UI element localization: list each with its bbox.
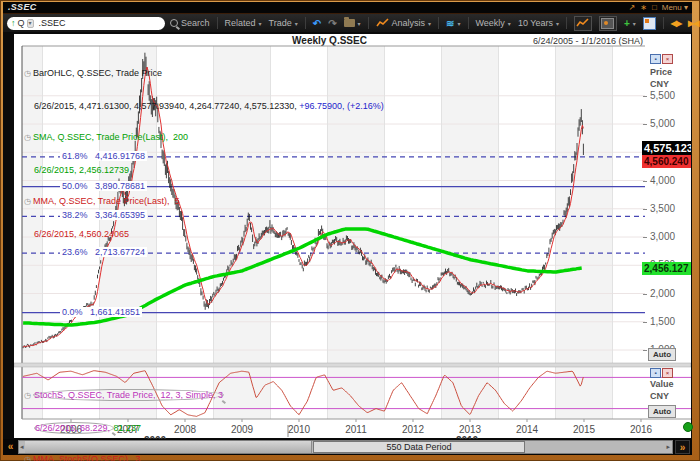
- analysis-menu[interactable]: Analysis▾: [374, 18, 434, 28]
- symbol-dropdown-caret[interactable]: ▾: [27, 19, 34, 28]
- stoch-axis-currency: CNY: [650, 391, 669, 401]
- stoch-panel-minimize-button[interactable]: ▪: [650, 368, 661, 378]
- sma-price-label: 2,456.127: [642, 262, 691, 275]
- window-frame: .SSEC ↗∗□Menu ▾ ↑Q▾.SSECSearchRelated▾Tr…: [0, 0, 700, 461]
- dropdown-caret: ▾: [358, 20, 361, 27]
- toolbar-separator: [217, 17, 218, 29]
- maximize-icon[interactable]: □: [652, 2, 657, 13]
- legend-ohlc-values: 6/26/2015, 4,471.61300, 4,577.93940, 4,2…: [34, 101, 299, 111]
- toolbar-separator: [468, 17, 469, 29]
- clock-icon: ◷: [24, 391, 31, 400]
- price-axis-title: Price: [650, 67, 672, 77]
- symbol-search-pill[interactable]: ↑Q▾.SSEC: [7, 17, 165, 30]
- dropdown-caret: ▾: [428, 20, 431, 27]
- symbol-input[interactable]: .SSEC: [39, 18, 66, 28]
- dropdown-caret: ▾: [295, 20, 298, 27]
- dropdown-caret: ▾: [556, 20, 559, 27]
- clock-icon: ◷: [24, 455, 31, 461]
- chart-scrollbar: « ◂ 550 Data Period ▸ »: [3, 439, 692, 455]
- menu-button[interactable]: Menu ▾: [662, 3, 688, 12]
- legend-stoch-value-green: 81.237: [114, 423, 142, 433]
- folder-icon[interactable]: ▾: [342, 19, 363, 27]
- legend-stoch-title[interactable]: StochS, Q.SSEC, Trade Price, 12, 3, Simp…: [33, 389, 224, 401]
- main-chart-legend: ◷BarOHLC, Q.SSEC, Trade Price 6/26/2015,…: [24, 47, 384, 260]
- toolbar-label: Related: [225, 18, 256, 28]
- price-axis-currency: CNY: [650, 79, 669, 89]
- scroll-left-arrow[interactable]: ◂: [20, 443, 24, 451]
- toolbar-separator: [368, 17, 369, 29]
- price-axis-auto-button[interactable]: Auto: [648, 348, 676, 361]
- legend-ohlc-change: +96.75900, (+2.16%): [299, 101, 384, 111]
- clock-icon: ◷: [24, 133, 31, 142]
- scrollbar-track[interactable]: ◂ 550 Data Period ▸: [18, 440, 673, 454]
- toolbar-separator: [438, 17, 439, 29]
- chart-settings-icon[interactable]: [597, 16, 619, 31]
- stoch-panel-close-button[interactable]: ×: [662, 368, 673, 378]
- magnifier-icon: [170, 19, 178, 27]
- scrollbar-thumb[interactable]: [25, 441, 312, 453]
- snapshot-icon[interactable]: [641, 17, 658, 30]
- pin-icon[interactable]: ∗: [640, 2, 647, 13]
- clock-icon: ◷: [24, 197, 31, 206]
- chart-settings-icon-box: [599, 16, 617, 31]
- search-button[interactable]: Search: [168, 18, 212, 28]
- waves-icon[interactable]: ≋▾: [444, 18, 462, 29]
- chart-style-icon[interactable]: [572, 16, 594, 31]
- crosshair-icon-glyph: +: [624, 18, 630, 29]
- legend-stochmma-title[interactable]: MMA, StochS(Q.SSEC), 3: [33, 454, 141, 461]
- chart-style-icon-box: [574, 16, 592, 31]
- undo-icon[interactable]: ↶: [311, 18, 323, 29]
- related-menu[interactable]: Related▾: [223, 18, 264, 28]
- data-period-button[interactable]: 550 Data Period: [313, 441, 525, 453]
- panel-close-button[interactable]: ×: [662, 54, 673, 64]
- trade-menu[interactable]: Trade▾: [267, 18, 300, 28]
- quote-type-label: Q: [18, 18, 25, 28]
- toolbar-label: Search: [181, 18, 210, 28]
- folder-icon: [344, 19, 355, 27]
- toolbar-label: Analysis: [392, 18, 426, 28]
- crosshair-icon[interactable]: +▾: [622, 18, 638, 29]
- dropdown-caret: ▾: [458, 20, 461, 27]
- titlebar[interactable]: .SSEC ↗∗□Menu ▾: [3, 2, 692, 14]
- panel-minimize-button[interactable]: ▪: [650, 54, 661, 64]
- stoch-axis-title: Value: [650, 379, 674, 389]
- toolbar-separator: [663, 17, 664, 29]
- expand-horizontal-icon[interactable]: ◀▶: [669, 19, 683, 28]
- panel-splitter: [14, 363, 691, 367]
- compress-horizontal-icon[interactable]: ▶◀: [686, 19, 700, 28]
- symbol-up-icon: ↑: [11, 18, 16, 28]
- undo-icon-glyph: ↶: [313, 18, 321, 29]
- mma-price-label: 4,560.240: [642, 155, 691, 168]
- last-price-label: 4,575.123: [642, 141, 691, 155]
- waves-icon-glyph: ≋: [446, 18, 454, 29]
- scroll-far-left-button[interactable]: «: [4, 440, 17, 454]
- expand-horizontal-icon-glyph: ◀▶: [671, 19, 681, 28]
- toolbar-label: Trade: [269, 18, 292, 28]
- toolbar-label: 10 Years: [518, 18, 553, 28]
- toolbar-separator: [305, 17, 306, 29]
- chart-window: Weekly Q.SSEC 6/24/2005 - 1/1/2016 (SHA)…: [14, 34, 691, 438]
- legend-mma-title[interactable]: MMA, Q.SSEC, Trade Price(Last), 5: [33, 196, 180, 206]
- toolbar-separator: [566, 17, 567, 29]
- period-menu[interactable]: Weekly▾: [474, 18, 513, 28]
- scroll-far-right-button[interactable]: »: [675, 440, 690, 454]
- window-inner: .SSEC ↗∗□Menu ▾ ↑Q▾.SSECSearchRelated▾Tr…: [3, 2, 692, 455]
- image-icon: [601, 18, 614, 29]
- scroll-right-arrow[interactable]: ▸: [666, 443, 670, 451]
- clock-icon: ◷: [24, 69, 31, 78]
- stoch-axis-auto-button[interactable]: Auto: [648, 405, 676, 418]
- toolbar-label: Weekly: [476, 18, 505, 28]
- legend-sma-title[interactable]: SMA, Q.SSEC, Trade Price(Last), 200: [33, 132, 188, 142]
- compress-horizontal-icon-glyph: ▶◀: [688, 19, 698, 28]
- legend-sma-value: 6/26/2015, 2,456.12739: [34, 165, 129, 175]
- range-menu[interactable]: 10 Years▾: [516, 18, 561, 28]
- toolbar: ↑Q▾.SSECSearchRelated▾Trade▾↶↷▾Analysis▾…: [3, 14, 692, 32]
- dropdown-caret: ▾: [508, 20, 511, 27]
- dropdown-caret: ▾: [259, 20, 262, 27]
- legend-mma-value: 6/26/2015, 4,560.24065: [34, 229, 129, 239]
- titlebar-controls: ↗∗□Menu ▾: [629, 2, 689, 13]
- popout-icon[interactable]: ↗: [629, 2, 636, 13]
- redo-icon[interactable]: ↷: [326, 18, 338, 29]
- connection-status-dot: [683, 422, 693, 432]
- legend-ohlc-title[interactable]: BarOHLC, Q.SSEC, Trade Price: [33, 68, 162, 78]
